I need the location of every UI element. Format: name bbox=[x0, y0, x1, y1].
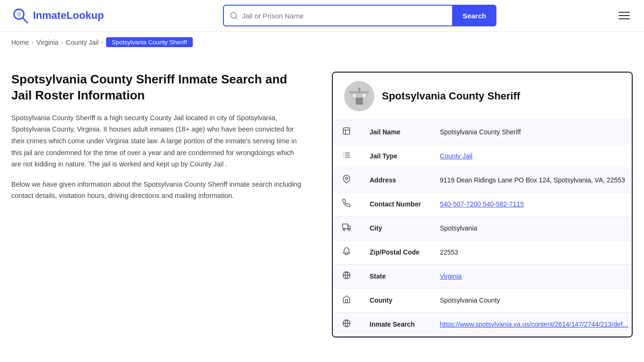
facility-image bbox=[344, 81, 374, 111]
logo-text: InmateLookup bbox=[33, 9, 104, 22]
facility-name: Spotsylvania County Sheriff bbox=[382, 90, 520, 102]
breadcrumb-county-jail[interactable]: County Jail bbox=[66, 39, 99, 46]
building-icon bbox=[348, 85, 371, 107]
page-description-2: Below we have given information about th… bbox=[11, 179, 304, 202]
row-label: Inmate Search bbox=[360, 313, 430, 337]
svg-rect-22 bbox=[343, 224, 348, 229]
search-input[interactable] bbox=[242, 12, 446, 20]
table-row: Inmate Searchhttps://www.spotsylvania.va… bbox=[333, 313, 633, 337]
menu-button[interactable] bbox=[616, 9, 633, 22]
info-table: Jail NameSpotsylvania County SheriffJail… bbox=[333, 120, 633, 337]
row-label: Zip/Postal Code bbox=[360, 240, 430, 264]
svg-line-4 bbox=[236, 17, 237, 18]
breadcrumb-home[interactable]: Home bbox=[11, 39, 29, 46]
row-link[interactable]: County Jail bbox=[440, 152, 472, 160]
county-icon bbox=[333, 288, 360, 313]
svg-rect-8 bbox=[353, 94, 356, 97]
main-content: Spotsylvania County Sheriff Inmate Searc… bbox=[0, 53, 644, 356]
row-value: Spotsylvania County Sheriff bbox=[430, 120, 633, 144]
row-label: City bbox=[360, 216, 430, 240]
row-value: Spotsylvania bbox=[430, 216, 633, 240]
svg-point-2 bbox=[17, 12, 21, 16]
breadcrumb-sep-3: › bbox=[101, 39, 103, 46]
svg-rect-9 bbox=[363, 94, 366, 97]
table-row: Contact Number540-507-7200 540-582-7115 bbox=[333, 192, 633, 216]
row-link[interactable]: Virginia bbox=[440, 272, 462, 280]
svg-line-1 bbox=[23, 18, 27, 23]
jail-icon bbox=[333, 120, 360, 144]
page-description-1: Spotsylvania County Sheriff is a high se… bbox=[11, 112, 304, 170]
row-label: Contact Number bbox=[360, 192, 430, 216]
svg-point-24 bbox=[343, 229, 345, 230]
left-column: Spotsylvania County Sheriff Inmate Searc… bbox=[11, 72, 313, 337]
svg-rect-12 bbox=[343, 128, 350, 134]
breadcrumb-sep-2: › bbox=[61, 39, 63, 46]
table-row: CountySpotsylvania County bbox=[333, 288, 633, 313]
search-button[interactable]: Search bbox=[452, 5, 496, 26]
row-value[interactable]: https://www.spotsylvania.va.us/content/2… bbox=[430, 313, 633, 337]
phone-icon bbox=[333, 192, 360, 216]
breadcrumb: Home › Virginia › County Jail › Spotsylv… bbox=[0, 32, 644, 53]
svg-point-21 bbox=[346, 177, 348, 180]
row-label: Jail Type bbox=[360, 144, 430, 168]
search-icon bbox=[333, 313, 360, 337]
table-row: StateVirginia bbox=[333, 264, 633, 288]
row-value: Spotsylvania County bbox=[430, 288, 633, 313]
search-area: Search bbox=[223, 5, 496, 26]
row-value: 9119 Dean Ridings Lane PO Box 124, Spots… bbox=[430, 168, 633, 192]
zip-icon bbox=[333, 240, 360, 264]
row-label: County bbox=[360, 288, 430, 313]
row-label: Address bbox=[360, 168, 430, 192]
breadcrumb-sep-1: › bbox=[32, 39, 33, 46]
logo-link[interactable]: InmateLookup bbox=[11, 7, 104, 25]
breadcrumb-virginia[interactable]: Virginia bbox=[36, 39, 58, 46]
table-row: Address9119 Dean Ridings Lane PO Box 124… bbox=[333, 168, 633, 192]
page-title: Spotsylvania County Sheriff Inmate Searc… bbox=[11, 72, 304, 104]
row-label: Jail Name bbox=[360, 120, 430, 144]
address-icon bbox=[333, 168, 360, 192]
table-row: Zip/Postal Code22553 bbox=[333, 240, 633, 264]
table-row: Jail TypeCounty Jail bbox=[333, 144, 633, 168]
svg-point-25 bbox=[348, 229, 350, 230]
row-value: 22553 bbox=[430, 240, 633, 264]
row-value[interactable]: Virginia bbox=[430, 264, 633, 288]
row-value[interactable]: 540-507-7200 540-582-7115 bbox=[430, 192, 633, 216]
globe-icon bbox=[333, 264, 360, 288]
search-input-wrapper bbox=[223, 5, 452, 26]
row-link[interactable]: https://www.spotsylvania.va.us/content/2… bbox=[440, 321, 628, 328]
search-icon bbox=[230, 11, 238, 20]
logo-icon bbox=[11, 7, 29, 25]
type-icon bbox=[333, 144, 360, 168]
card-header: Spotsylvania County Sheriff bbox=[333, 73, 632, 120]
table-row: CitySpotsylvania bbox=[333, 216, 633, 240]
city-icon bbox=[333, 216, 360, 240]
row-label: State bbox=[360, 264, 430, 288]
header: InmateLookup Search bbox=[0, 0, 644, 32]
facility-card: Spotsylvania County Sheriff Jail NameSpo… bbox=[332, 72, 633, 337]
svg-rect-11 bbox=[359, 88, 360, 92]
svg-marker-23 bbox=[348, 226, 350, 229]
row-link[interactable]: 540-507-7200 540-582-7115 bbox=[440, 200, 524, 208]
row-value[interactable]: County Jail bbox=[430, 144, 633, 168]
svg-rect-7 bbox=[356, 98, 363, 105]
breadcrumb-current: Spotsylvania County Sheriff bbox=[106, 37, 192, 47]
table-row: Jail NameSpotsylvania County Sheriff bbox=[333, 120, 633, 144]
